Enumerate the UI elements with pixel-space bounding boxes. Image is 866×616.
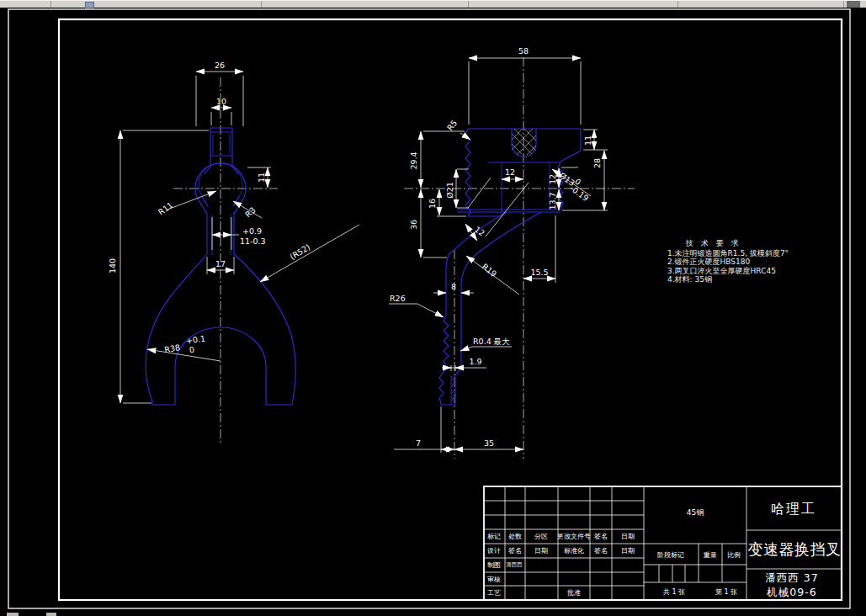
technical-requirements: 技 术 要 求 1.未注明锻造圆角R1.5, 拔模斜度7° 2.锻件正火硬度HB… <box>667 239 823 284</box>
tech-req-item: 2.锻件正火硬度HBS180 <box>667 258 823 267</box>
tech-req-item: 1.未注明锻造圆角R1.5, 拔模斜度7° <box>667 249 823 258</box>
tb-header-count: 处数 <box>508 532 522 541</box>
dim-17: 17 <box>215 259 226 268</box>
tech-req-title: 技 术 要 求 <box>686 239 823 248</box>
dim-1-9: 1.9 <box>469 357 481 366</box>
tb-header-docno: 更改文件号 <box>557 532 591 541</box>
tb-author: 潘西西 37 <box>765 571 818 586</box>
dim-140: 140 <box>108 258 117 273</box>
tb-design-date: 日期 <box>534 546 548 555</box>
tb-material: 45钢 <box>687 507 704 518</box>
dim-15-5: 15.5 <box>530 268 548 277</box>
tb-part-name: 变速器换挡叉 <box>748 539 842 560</box>
dim-12-pad: 12 <box>548 174 557 184</box>
tb-header-zone: 分区 <box>534 532 548 541</box>
dim-r19: R19 <box>481 262 499 279</box>
dim-d21: Ø21 <box>445 182 454 199</box>
dim-26: 26 <box>215 61 225 70</box>
tb-header-date: 日期 <box>621 532 635 541</box>
cad-application-window: 26 10 140 11 R11 R3 +0.9 11-0.3 <box>0 0 866 616</box>
tb-design-sign: 签名 <box>508 546 522 555</box>
dim-28: 28 <box>592 158 602 168</box>
dim-slot-tol-upper: +0.9 <box>242 226 262 236</box>
dim-7: 7 <box>416 438 421 448</box>
dim-r04-max: R0.4 最大 <box>473 337 510 346</box>
side-view: 58 R5 11 28 29.4 Ø21 16 <box>389 46 635 459</box>
tb-check-label: 审核 <box>487 575 501 584</box>
dim-58: 58 <box>518 46 529 56</box>
dim-r11: R11 <box>157 200 175 217</box>
dim-29-4: 29.4 <box>409 151 418 169</box>
dim-r26: R26 <box>390 294 406 303</box>
tb-weight-label: 重量 <box>704 550 717 560</box>
tb-std-date: 日期 <box>621 546 635 555</box>
tb-header-mark: 标记 <box>487 532 501 541</box>
tech-req-item: 4.材料: 35钢 <box>667 275 823 284</box>
tb-sheet-no: 第 1 张 <box>715 587 737 597</box>
tb-draft-signature: 潘西西 <box>506 561 523 569</box>
dim-12-band: 12 <box>473 225 486 238</box>
dim-8: 8 <box>451 282 456 291</box>
dim-d13-lower: -0.19 <box>568 183 590 203</box>
dim-16: 16 <box>428 199 437 209</box>
tech-req-item: 3.两叉口淬火至全厚硬度HRC45 <box>667 267 823 276</box>
sheet-frames <box>8 9 850 608</box>
dim-12-hub: 12 <box>505 167 515 177</box>
dim-35: 35 <box>484 438 494 448</box>
side-view-dimensions: 58 R5 11 28 29.4 Ø21 16 <box>389 46 608 453</box>
dim-11: 11 <box>583 135 592 146</box>
dim-11-boss: 11 <box>257 173 266 183</box>
tb-process-label: 工艺 <box>487 588 501 597</box>
front-view: 26 10 140 11 R11 R3 +0.9 11-0.3 <box>108 61 359 444</box>
tb-approve-label: 批准 <box>567 588 581 597</box>
tb-header-sign: 签名 <box>594 532 608 541</box>
tb-sheet-total: 共 1 张 <box>663 587 685 597</box>
dim-13-7: 13.7 <box>548 192 557 210</box>
tb-design: 设计 <box>487 546 501 555</box>
tb-std-sign: 签名 <box>594 546 608 555</box>
dim-r3: R3 <box>243 205 258 220</box>
tb-scale-label: 比例 <box>727 550 741 560</box>
dim-r5: R5 <box>445 118 459 132</box>
dim-36: 36 <box>409 220 418 230</box>
tb-standardize: 标准化 <box>564 546 584 555</box>
dim-slot-value: 11-0.3 <box>240 236 266 246</box>
tb-company: 哈理工 <box>771 501 816 518</box>
cad-canvas[interactable]: 26 10 140 11 R11 R3 +0.9 11-0.3 <box>0 0 866 616</box>
tb-draft-label: 制图 <box>487 560 501 570</box>
tb-class-no: 机械09-6 <box>767 586 816 600</box>
dim-r38-lower: 0 <box>189 345 195 355</box>
tb-stage-label: 阶段标记 <box>657 550 684 560</box>
dim-r38-upper: +0.1 <box>185 333 206 345</box>
dim-10: 10 <box>216 97 226 106</box>
